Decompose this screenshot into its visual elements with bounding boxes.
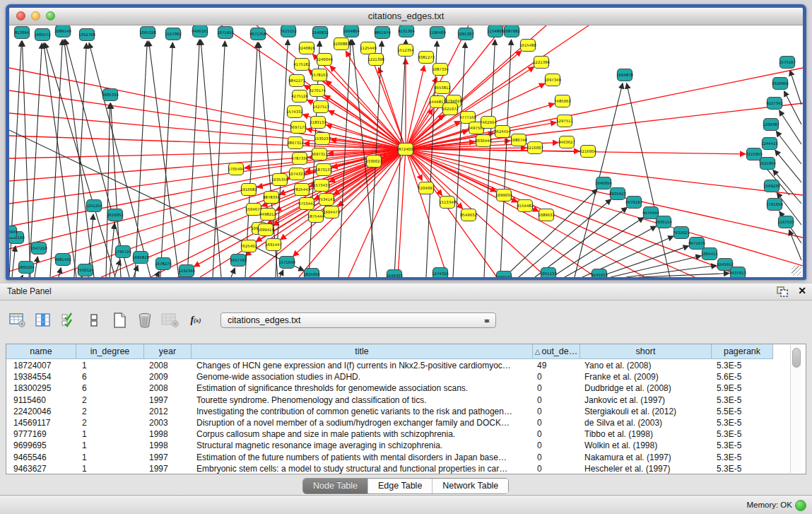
- graph-node[interactable]: 9450132: [495, 271, 512, 278]
- graph-node[interactable]: 1547210: [30, 243, 47, 255]
- cell-title[interactable]: Estimation of the future numbers of pati…: [196, 452, 533, 463]
- cell-pagerank[interactable]: 5.9E-5: [717, 382, 773, 394]
- table-row[interactable]: 946554611997Estimation of the future num…: [6, 452, 806, 463]
- graph-node[interactable]: 7625402: [240, 240, 257, 252]
- graph-node[interactable]: 1091307: [457, 28, 474, 40]
- delete-table-icon[interactable]: [160, 310, 181, 331]
- select-rows-icon[interactable]: [58, 310, 79, 331]
- graph-node[interactable]: 6753442: [298, 198, 315, 210]
- cell-short[interactable]: Franke et al. (2009): [584, 371, 712, 382]
- graph-node[interactable]: 1221398: [367, 54, 384, 66]
- cell-out_de[interactable]: 0: [537, 417, 580, 428]
- table-row[interactable]: 969969511998Structural magnetic resonanc…: [6, 440, 806, 451]
- graph-node[interactable]: 6216004: [579, 146, 596, 158]
- cell-pagerank[interactable]: 5.3E-5: [717, 395, 773, 406]
- cell-title[interactable]: Tourette syndrome. Phenomenology and cla…: [196, 395, 533, 406]
- cell-year[interactable]: 1998: [149, 428, 192, 440]
- graph-node[interactable]: 9463627: [558, 136, 575, 148]
- table-row[interactable]: 946362711997Embryonic stem cells: a mode…: [6, 463, 806, 474]
- graph-node[interactable]: 1705494: [228, 163, 245, 175]
- resize-grip[interactable]: [792, 266, 801, 276]
- graph-node[interactable]: 9381273: [418, 52, 435, 64]
- cell-out_de[interactable]: 0: [537, 395, 580, 406]
- cell-out_de[interactable]: 0: [537, 452, 580, 463]
- graph-node[interactable]: 2005334: [102, 89, 119, 101]
- graph-node[interactable]: 1691447: [265, 239, 282, 251]
- column-header-title[interactable]: title: [192, 344, 533, 359]
- graph-node[interactable]: 8935923: [609, 188, 626, 200]
- graph-node[interactable]: 1065411: [701, 248, 718, 260]
- table-settings-icon[interactable]: [7, 310, 28, 331]
- graph-node[interactable]: 7204097: [418, 182, 435, 194]
- network-view-window[interactable]: citations_edges.txt 81309414055722089140…: [6, 4, 806, 280]
- cell-pagerank[interactable]: 5.3E-5: [717, 452, 773, 463]
- graph-node[interactable]: 1232346: [178, 265, 195, 277]
- tab-node-table[interactable]: Node Table: [303, 479, 368, 493]
- close-panel-icon[interactable]: ✕: [798, 285, 806, 296]
- cell-title[interactable]: Corpus callosum shape and size in male p…: [196, 428, 533, 440]
- table-row[interactable]: 1872400712008Changes of HCN gene express…: [6, 360, 806, 371]
- graph-node[interactable]: 2240046: [316, 54, 333, 66]
- graph-node[interactable]: 7462664: [480, 117, 497, 129]
- graph-node[interactable]: 1274325: [432, 268, 449, 278]
- function-builder-icon[interactable]: f(x): [185, 310, 206, 331]
- cell-short[interactable]: Stergiakouli et al. (2012): [584, 406, 712, 417]
- cell-in_degree[interactable]: 2: [82, 417, 144, 428]
- graph-node[interactable]: 1154808: [487, 25, 504, 37]
- cell-title[interactable]: Embryonic stem cells: a model to study s…: [196, 463, 533, 474]
- cell-name[interactable]: 22420046: [13, 406, 76, 417]
- cell-year[interactable]: 1997: [149, 463, 192, 474]
- graph-node[interactable]: 1701650: [766, 199, 783, 211]
- trash-icon[interactable]: [134, 310, 155, 331]
- graph-node[interactable]: 6466161: [192, 25, 208, 37]
- graph-node[interactable]: 1573433: [313, 180, 330, 192]
- graph-node[interactable]: 1530233: [314, 133, 331, 145]
- cell-short[interactable]: Hescheler et al. (1997): [584, 463, 712, 474]
- cell-pagerank[interactable]: 5.6E-5: [717, 371, 773, 382]
- graph-node[interactable]: 1352768: [78, 29, 95, 41]
- graph-node[interactable]: 7485063: [554, 95, 571, 107]
- graph-node[interactable]: 813094: [15, 27, 30, 39]
- table-row[interactable]: 1456911722003Disruption of a novel membe…: [6, 417, 806, 428]
- cell-in_degree[interactable]: 1: [82, 360, 144, 371]
- cell-out_de[interactable]: 0: [537, 428, 580, 440]
- graph-node[interactable]: 1065328: [139, 27, 156, 39]
- tab-edge-table[interactable]: Edge Table: [368, 479, 433, 493]
- graph-node[interactable]: 1074337: [288, 168, 305, 180]
- cell-title[interactable]: Disruption of a novel member of a sodium…: [196, 417, 533, 428]
- citation-network-graph[interactable]: 8130941405572208914013527681065328152700…: [9, 25, 803, 277]
- cell-out_de[interactable]: 0: [537, 382, 580, 394]
- create-table-icon[interactable]: [109, 310, 130, 331]
- graph-node[interactable]: 1209387: [763, 119, 779, 131]
- cell-pagerank[interactable]: 5.3E-5: [717, 440, 773, 451]
- cell-year[interactable]: 2003: [149, 417, 192, 428]
- cell-year[interactable]: 1998: [149, 440, 192, 451]
- graph-node[interactable]: 1604473: [323, 206, 340, 218]
- cell-name[interactable]: 9115460: [13, 395, 76, 406]
- graph-node[interactable]: 9437013: [729, 267, 746, 278]
- graph-node[interactable]: 1080748: [510, 134, 527, 146]
- graph-node[interactable]: 1405572: [34, 29, 51, 41]
- table-row[interactable]: 1830029562008Estimation of significance …: [6, 382, 806, 394]
- graph-node[interactable]: 3624554: [494, 126, 511, 138]
- graph-node[interactable]: 1251254: [86, 200, 102, 212]
- cell-title[interactable]: Genome-wide association studies in ADHD.: [196, 371, 533, 382]
- graph-node[interactable]: 3697311: [311, 148, 328, 160]
- graph-node[interactable]: 2036448: [475, 135, 492, 147]
- graph-node[interactable]: 2087682: [503, 25, 520, 37]
- cell-title[interactable]: Changes of HCN gene expression and I(f) …: [196, 360, 533, 371]
- cell-short[interactable]: Jankovic et al. (1997): [584, 395, 712, 406]
- cell-short[interactable]: Nakamura et al. (1997): [584, 452, 712, 463]
- column-header-out_de[interactable]: △out_de…: [533, 344, 580, 359]
- column-header-short[interactable]: short: [580, 344, 712, 359]
- column-header-name[interactable]: name: [6, 344, 76, 359]
- graph-node[interactable]: 9842273: [288, 75, 305, 87]
- float-panel-icon[interactable]: [777, 286, 788, 297]
- graph-node[interactable]: 1575107: [779, 57, 796, 69]
- graph-node[interactable]: 1513349: [439, 197, 456, 209]
- graph-node[interactable]: 1916682: [240, 184, 257, 196]
- graph-node[interactable]: 8131304: [398, 25, 415, 37]
- graph-node[interactable]: 2330027: [365, 156, 382, 168]
- graph-node[interactable]: 9457791: [230, 255, 247, 267]
- cell-pagerank[interactable]: 5.3E-5: [717, 463, 773, 474]
